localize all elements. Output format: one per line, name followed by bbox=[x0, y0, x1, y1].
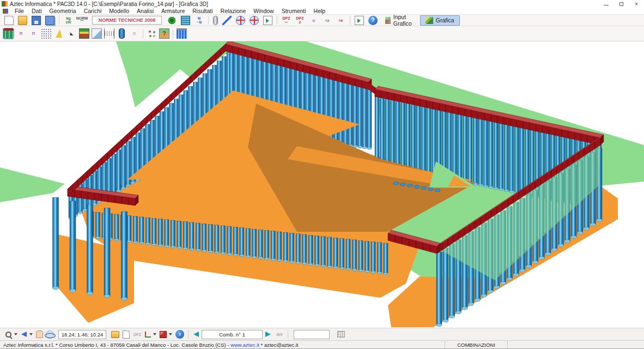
zoom-dropdown-icon[interactable] bbox=[14, 333, 17, 335]
status-panel-combinazioni: COMBINAZIONI bbox=[445, 341, 507, 348]
back-dropdown-icon[interactable] bbox=[29, 333, 33, 335]
view-frame-1-icon[interactable]: Π bbox=[16, 28, 26, 39]
view-displacement-icon[interactable]: D bbox=[129, 28, 139, 39]
view-toolbar: ΠΠ◣D? bbox=[0, 26, 644, 41]
seismic-gray-icon[interactable]: DPZ bbox=[133, 330, 142, 339]
application-window: Aztec Informatica * PAC3D 14.0 - [C:\Ese… bbox=[0, 0, 644, 349]
seismic-spectrum-icon[interactable]: DPZ ∼ bbox=[282, 16, 291, 25]
view-pile-icon[interactable] bbox=[119, 28, 125, 39]
view-soil-query-icon[interactable]: ? bbox=[159, 28, 169, 39]
material-properties-icon[interactable] bbox=[167, 16, 177, 25]
save-file-icon[interactable] bbox=[32, 16, 41, 25]
normative-icon-icon[interactable]: NORM ⌒ bbox=[77, 16, 87, 25]
view-scatter-icon[interactable] bbox=[147, 28, 157, 39]
toolbar-separator bbox=[277, 16, 277, 25]
render-dropdown-icon[interactable] bbox=[169, 333, 172, 335]
main-toolbar: kg cmNORM ⌒NORME TECNICHE 2008N ─bDPZ ∼D… bbox=[0, 14, 644, 26]
website-link[interactable]: www.aztec.it bbox=[230, 342, 259, 348]
axes-dropdown-icon[interactable] bbox=[153, 333, 156, 335]
menu-item-carichi[interactable]: Carichi bbox=[80, 8, 106, 14]
toolbar-separator bbox=[173, 29, 173, 38]
view-soil-layers-icon[interactable] bbox=[79, 28, 89, 39]
slope-tool-icon[interactable] bbox=[222, 16, 232, 25]
window-controls: × bbox=[598, 0, 644, 8]
phase-field[interactable] bbox=[294, 330, 330, 339]
back-arrow-icon[interactable] bbox=[21, 332, 27, 337]
view-diagram-icon[interactable] bbox=[92, 28, 102, 39]
navigation-toolbar: 18.24; 1.46; 10.24 DPZ ? Comb. n° 1 INV bbox=[0, 328, 644, 340]
menu-item-armature[interactable]: Armature bbox=[157, 8, 189, 14]
menu-item-file[interactable]: File bbox=[11, 8, 28, 14]
pan-hand-icon[interactable] bbox=[36, 330, 43, 338]
tieback-icon-icon[interactable]: ∪ bbox=[309, 16, 318, 25]
menu-item-help[interactable]: Help bbox=[310, 8, 330, 14]
steel-ratio-icon[interactable]: N ─b bbox=[195, 16, 204, 25]
units-kgcm-icon[interactable]: kg cm bbox=[64, 16, 73, 25]
render-cube-icon[interactable] bbox=[160, 331, 167, 338]
tab-grafica[interactable]: Grafica bbox=[420, 15, 460, 26]
menu-item-window[interactable]: Window bbox=[250, 8, 277, 14]
close-button[interactable]: × bbox=[629, 0, 644, 8]
title-bar: Aztec Informatica * PAC3D 14.0 - [C:\Ese… bbox=[0, 0, 644, 8]
menu-bar: FileDatiGeometriaCarichiModelloAnalisiAr… bbox=[0, 8, 644, 14]
company-address: Aztec Informatica s.r.l. * Corso Umberto… bbox=[0, 342, 445, 348]
orbit-3d-icon[interactable] bbox=[46, 331, 53, 338]
diagram-icon-icon[interactable]: ≈z bbox=[323, 16, 332, 25]
view-3d-model-icon[interactable] bbox=[3, 28, 14, 39]
document-icon[interactable] bbox=[3, 9, 8, 14]
toolbar-separator bbox=[143, 29, 143, 38]
save-all-icon[interactable] bbox=[45, 16, 54, 25]
layers-folder-icon[interactable] bbox=[111, 331, 119, 338]
report-doc-icon[interactable] bbox=[123, 330, 130, 339]
prev-combination-icon[interactable] bbox=[193, 332, 199, 337]
window-title: Aztec Informatica * PAC3D 14.0 - [C:\Ese… bbox=[10, 1, 208, 7]
new-document-icon[interactable] bbox=[4, 16, 14, 25]
help-icon-bottom[interactable]: ? bbox=[175, 330, 184, 339]
export-doc-icon[interactable] bbox=[355, 16, 364, 25]
status-panel-empty bbox=[507, 341, 644, 348]
menu-item-risultati[interactable]: Risultati bbox=[189, 8, 216, 14]
paintbrush-icon bbox=[426, 17, 433, 24]
input-grafico-icon bbox=[385, 17, 391, 24]
view-mesh-icon[interactable] bbox=[41, 28, 51, 39]
view-moment-icon[interactable] bbox=[104, 28, 114, 39]
open-file-icon[interactable] bbox=[18, 16, 27, 25]
menu-item-geometria[interactable]: Geometria bbox=[46, 8, 80, 14]
wall-bricks-icon[interactable] bbox=[181, 16, 190, 25]
combination-field[interactable]: Comb. n° 1 bbox=[202, 330, 263, 339]
menu-item-strumenti[interactable]: Strumenti bbox=[278, 8, 310, 14]
view-piles-icon[interactable] bbox=[177, 28, 187, 39]
paratia-3d-scene bbox=[0, 41, 644, 328]
inverse-icon[interactable]: INV bbox=[275, 330, 284, 339]
seismic-params-icon[interactable]: DPZ z bbox=[295, 16, 305, 25]
help-icon-icon[interactable]: ? bbox=[368, 16, 378, 25]
axes-xyz-icon[interactable] bbox=[145, 332, 151, 338]
pile-section-icon[interactable] bbox=[213, 16, 218, 25]
toolbar-separator bbox=[350, 16, 350, 25]
table-icon[interactable] bbox=[337, 331, 345, 338]
terrain-left-wedge bbox=[0, 167, 65, 202]
menu-item-relazione[interactable]: Relazione bbox=[217, 8, 250, 14]
minimize-button[interactable] bbox=[598, 0, 613, 8]
status-bar: Aztec Informatica s.r.l. * Corso Umberto… bbox=[0, 340, 644, 348]
zoom-icon[interactable] bbox=[5, 332, 11, 338]
globe-constraints-icon[interactable] bbox=[236, 16, 245, 25]
norme-tecniche-field[interactable]: NORME TECNICHE 2008 bbox=[92, 16, 162, 25]
view-frame-2-icon[interactable]: Π bbox=[28, 28, 39, 39]
view-section-icon[interactable] bbox=[56, 29, 62, 38]
globe-loads-icon[interactable] bbox=[250, 16, 259, 25]
menu-item-dati[interactable]: Dati bbox=[28, 8, 46, 14]
next-combination-icon[interactable] bbox=[265, 332, 271, 337]
restore-button[interactable] bbox=[613, 0, 629, 8]
menu-item-modello[interactable]: Modello bbox=[105, 8, 133, 14]
graphics-3d-canvas[interactable] bbox=[0, 41, 644, 328]
toolbar-separator bbox=[59, 16, 59, 25]
menu-item-analisi[interactable]: Analisi bbox=[133, 8, 157, 14]
coordinates-field: 18.24; 1.46; 10.24 bbox=[58, 330, 106, 339]
toolbar-separator bbox=[208, 16, 209, 25]
app-icon bbox=[2, 1, 8, 7]
doc-transfer-icon[interactable] bbox=[263, 16, 272, 25]
diagram-delete-icon[interactable]: ≈x bbox=[336, 16, 345, 25]
view-angle-icon[interactable]: ◣ bbox=[66, 28, 77, 39]
